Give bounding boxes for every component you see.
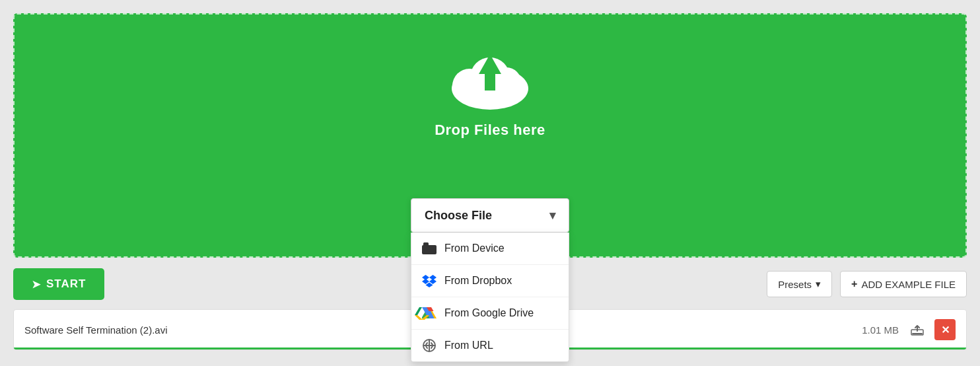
svg-rect-6 bbox=[423, 242, 429, 246]
menu-item-from-url[interactable]: From URL bbox=[411, 330, 569, 361]
google-drive-icon bbox=[422, 306, 437, 320]
choose-file-button[interactable]: Choose File ▾ bbox=[411, 198, 569, 233]
svg-marker-19 bbox=[422, 307, 429, 315]
file-size: 1.01 MB bbox=[862, 324, 899, 336]
menu-item-from-dropbox[interactable]: From Dropbox bbox=[411, 265, 569, 297]
menu-item-from-dropbox-label: From Dropbox bbox=[444, 275, 512, 287]
file-upload-icon[interactable] bbox=[909, 320, 925, 340]
chevron-down-icon: ▾ bbox=[549, 208, 555, 223]
menu-item-from-google-drive[interactable]: From Google Drive bbox=[411, 297, 569, 330]
url-icon bbox=[422, 338, 437, 353]
file-remove-button[interactable]: ✕ bbox=[934, 319, 956, 340]
menu-item-from-url-label: From URL bbox=[444, 340, 493, 351]
menu-item-from-device[interactable]: From Device bbox=[411, 233, 569, 265]
device-icon bbox=[422, 241, 437, 256]
start-label: START bbox=[46, 277, 86, 291]
choose-file-dropdown: From Device From Dropbox bbox=[411, 233, 569, 362]
drop-area: Drop Files here bbox=[435, 41, 545, 192]
cloud-upload-icon bbox=[447, 41, 533, 114]
upload-drop-zone[interactable]: Drop Files here Choose File ▾ From Devic… bbox=[13, 13, 967, 258]
svg-marker-20 bbox=[415, 315, 429, 320]
add-plus-icon: + bbox=[851, 278, 857, 290]
presets-chevron-icon: ▾ bbox=[816, 278, 821, 290]
toolbar-right: Presets ▾ + ADD EXAMPLE FILE bbox=[767, 271, 967, 297]
add-example-file-button[interactable]: + ADD EXAMPLE FILE bbox=[840, 271, 967, 297]
dropbox-icon bbox=[422, 274, 437, 288]
presets-button[interactable]: Presets ▾ bbox=[767, 271, 832, 297]
menu-item-from-device-label: From Device bbox=[444, 242, 505, 254]
add-example-label: ADD EXAMPLE FILE bbox=[861, 279, 956, 290]
choose-file-label: Choose File bbox=[425, 209, 492, 223]
start-button[interactable]: ➤ START bbox=[13, 268, 104, 300]
menu-item-from-google-drive-label: From Google Drive bbox=[444, 307, 534, 319]
drop-text: Drop Files here bbox=[435, 122, 545, 139]
start-chevron-icon: ➤ bbox=[32, 278, 41, 291]
choose-file-wrapper: Choose File ▾ From Device bbox=[411, 198, 569, 233]
svg-marker-18 bbox=[415, 307, 422, 315]
presets-label: Presets bbox=[778, 279, 812, 290]
remove-x-icon: ✕ bbox=[941, 324, 950, 336]
svg-rect-5 bbox=[422, 245, 437, 254]
